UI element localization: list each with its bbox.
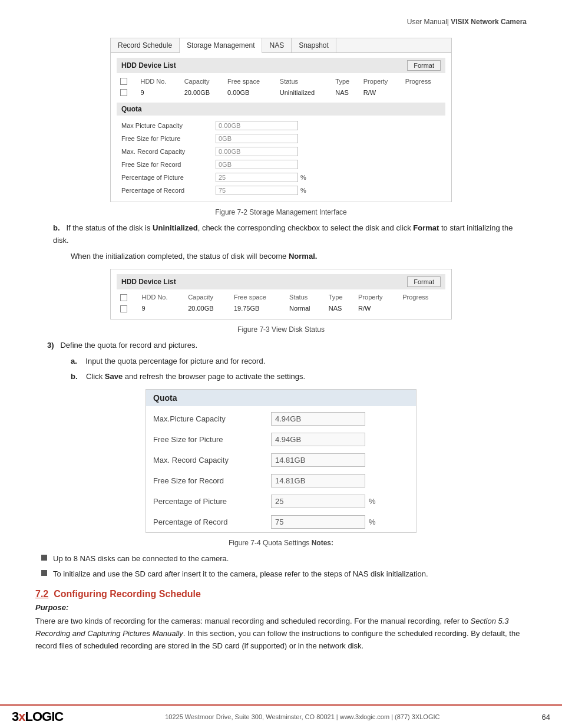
bullet-item-1: Up to 8 NAS disks can be connected to th… bbox=[41, 553, 527, 565]
col2-status: Status bbox=[286, 292, 325, 303]
col-freespace: Free space bbox=[224, 75, 276, 87]
save-text: Save bbox=[105, 372, 123, 381]
header-bold: VISIX Network Camera bbox=[451, 18, 527, 26]
quota-big-unit-6: % bbox=[369, 518, 376, 526]
quota-big-unit-5: % bbox=[369, 497, 376, 506]
figure2-caption: Figure 7-2 Storage Management Interface bbox=[35, 208, 527, 216]
quota-big-input-5[interactable] bbox=[271, 495, 365, 508]
quota-big-input-2[interactable] bbox=[271, 433, 365, 446]
col-progress: Progress bbox=[402, 75, 445, 87]
section-num: 7.2 bbox=[35, 589, 48, 599]
row-checkbox[interactable] bbox=[117, 87, 137, 98]
tab-nas[interactable]: NAS bbox=[262, 38, 292, 52]
uninitialized-text: Uninitialized bbox=[153, 223, 198, 232]
figure4-caption: Figure 7-4 Quota Settings Notes: bbox=[35, 539, 527, 547]
quota-row-5: Percentage of Picture % bbox=[117, 171, 445, 184]
col2-freespace: Free space bbox=[230, 292, 286, 303]
col2-hddno: HDD No. bbox=[138, 292, 185, 303]
row2-progress bbox=[399, 303, 445, 314]
quota-label-6: Percentage of Record bbox=[121, 187, 216, 194]
quota-big-row-2: Free Size for Picture bbox=[146, 429, 416, 450]
purpose-body: There are two kinds of recording for the… bbox=[35, 615, 527, 652]
tab-storage-management[interactable]: Storage Management bbox=[180, 38, 262, 53]
quota-big-row-6: Percentage of Record % bbox=[146, 512, 416, 532]
hdd-panel-2: HDD Device List Format HDD No. Capacity … bbox=[110, 269, 452, 319]
row2-checkbox[interactable] bbox=[117, 303, 138, 314]
quota-big-panel: Quota Max.Picture Capacity Free Size for… bbox=[146, 389, 416, 533]
tabs-bar: Record Schedule Storage Management NAS S… bbox=[111, 38, 451, 53]
hdd-section-title: HDD Device List bbox=[121, 61, 176, 70]
bullet-icon-1 bbox=[41, 555, 47, 561]
quota-big-input-4[interactable] bbox=[271, 474, 365, 487]
hdd-section-2: HDD Device List Format HDD No. Capacity … bbox=[111, 269, 451, 319]
purpose-italic: Section 5.3 Recording and Capturing Pict… bbox=[35, 617, 509, 638]
step-b-note: When the initialization completed, the s… bbox=[71, 251, 527, 263]
quota-input-3[interactable] bbox=[216, 147, 298, 156]
quota-row-1: Max Picture Capacity bbox=[117, 119, 445, 132]
step3-num: 3) bbox=[47, 341, 54, 350]
hdd-title-bar: HDD Device List Format bbox=[117, 58, 445, 73]
quota-big-title: Quota bbox=[146, 390, 416, 406]
section-72-heading: 7.2 Configuring Recording Schedule bbox=[35, 589, 527, 599]
quota-row-2: Free Size for Picture bbox=[117, 132, 445, 145]
footer-logo: 3xLOGIC bbox=[12, 709, 63, 724]
quota-big-label-1: Max.Picture Capacity bbox=[153, 414, 271, 423]
col2-type: Type bbox=[325, 292, 355, 303]
purpose-label: Purpose: bbox=[35, 603, 527, 612]
hdd-table-1: HDD No. Capacity Free space Status Type … bbox=[117, 75, 445, 98]
quota-input-5[interactable] bbox=[216, 173, 298, 182]
row-capacity: 20.00GB bbox=[181, 87, 224, 98]
quota-input-2[interactable] bbox=[216, 134, 298, 143]
quota-row-4: Free Size for Record bbox=[117, 158, 445, 171]
row2-capacity: 20.00GB bbox=[184, 303, 230, 314]
quota-label-2: Free Size for Picture bbox=[121, 135, 216, 142]
quota-big-input-3[interactable] bbox=[271, 453, 365, 467]
quota-big-input-1[interactable] bbox=[271, 412, 365, 426]
quota-big-label-4: Free Size for Record bbox=[153, 476, 271, 485]
hdd-table-2: HDD No. Capacity Free space Status Type … bbox=[117, 292, 445, 314]
step3a-text: a. Input the quota percentage for pictur… bbox=[71, 355, 527, 368]
quota-input-6[interactable] bbox=[216, 186, 298, 195]
row-hddno: 9 bbox=[137, 87, 180, 98]
format-button-1[interactable]: Format bbox=[407, 60, 441, 71]
hdd-header-row: HDD No. Capacity Free space Status Type … bbox=[117, 75, 445, 87]
tab-snapshot[interactable]: Snapshot bbox=[292, 38, 336, 52]
quota-title-1: Quota bbox=[117, 103, 445, 116]
hdd-row-2: 9 20.00GB 19.75GB Normal NAS R/W bbox=[117, 303, 445, 314]
col2-check bbox=[117, 292, 138, 303]
quota-input-1[interactable] bbox=[216, 121, 298, 130]
quota-label-5: Percentage of Picture bbox=[121, 174, 216, 181]
quota-row-6: Percentage of Record % bbox=[117, 184, 445, 197]
bullet-item-2: To initialize and use the SD card after … bbox=[41, 568, 527, 580]
step-b-letter: b. bbox=[53, 223, 60, 232]
quota-big-row-4: Free Size for Record bbox=[146, 470, 416, 491]
footer-address: 10225 Westmoor Drive, Suite 300, Westmin… bbox=[165, 713, 439, 720]
normal-text: Normal. bbox=[289, 252, 317, 261]
storage-management-panel: Record Schedule Storage Management NAS S… bbox=[110, 38, 452, 202]
row-property: R/W bbox=[360, 87, 402, 98]
figure3-caption: Figure 7-3 View Disk Status bbox=[35, 325, 527, 334]
hdd-section-title-2: HDD Device List bbox=[121, 278, 176, 286]
step3-text: 3) Define the quota for record and pictu… bbox=[47, 340, 527, 352]
hdd-section: HDD Device List Format HDD No. Capacity … bbox=[111, 53, 451, 202]
quota-big-row-5: Percentage of Picture % bbox=[146, 491, 416, 512]
step3b-text: b. Click Save and refresh the browser pa… bbox=[71, 371, 527, 383]
quota-input-4[interactable] bbox=[216, 160, 298, 169]
tab-record-schedule[interactable]: Record Schedule bbox=[111, 38, 180, 52]
quota-big-input-6[interactable] bbox=[271, 515, 365, 529]
quota-label-4: Free Size for Record bbox=[121, 161, 216, 168]
col-property: Property bbox=[360, 75, 402, 87]
quota-label-3: Max. Record Capacity bbox=[121, 148, 216, 155]
figure4-notes: Notes: bbox=[312, 539, 333, 547]
row2-type: NAS bbox=[325, 303, 355, 314]
hdd-title-bar-2: HDD Device List Format bbox=[117, 274, 445, 289]
bullet-icon-2 bbox=[41, 570, 47, 576]
row-freespace: 0.00GB bbox=[224, 87, 276, 98]
step-b-instruction: b. If the status of the disk is Uninitia… bbox=[53, 222, 527, 247]
col2-capacity: Capacity bbox=[184, 292, 230, 303]
row2-property: R/W bbox=[355, 303, 399, 314]
quota-big-row-1: Max.Picture Capacity bbox=[146, 409, 416, 429]
row-status: Uninitialized bbox=[276, 87, 332, 98]
format-button-2[interactable]: Format bbox=[407, 276, 441, 287]
col-status: Status bbox=[276, 75, 332, 87]
